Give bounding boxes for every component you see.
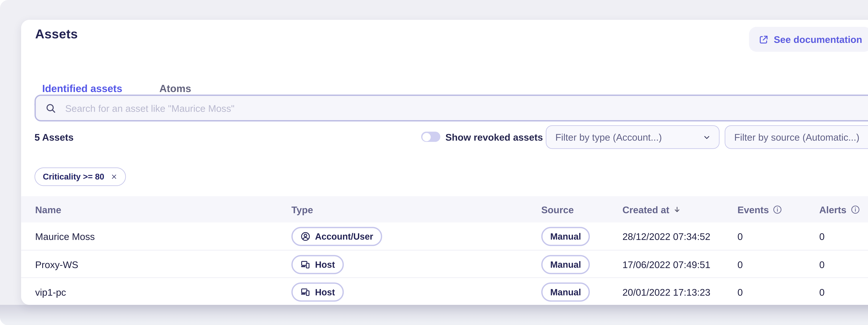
- type-badge: Account/User: [291, 227, 382, 246]
- user-circle-icon: [300, 231, 311, 241]
- type-badge: Host: [291, 255, 344, 274]
- asset-count: 5 Assets: [35, 125, 73, 149]
- assets-card: Assets See documentation New asset Ident…: [21, 20, 868, 305]
- host-icon: [300, 287, 311, 297]
- created-at-cell: 17/06/2022 07:49:51: [622, 259, 710, 270]
- source-badge: Manual: [541, 227, 590, 246]
- type-badge: Host: [291, 282, 344, 301]
- table-header-row: Name Type Source Created at Events Aler: [21, 196, 868, 223]
- external-link-icon: [758, 34, 769, 45]
- host-icon: [300, 259, 311, 269]
- table-row[interactable]: Proxy-WS Host Manual 17/06/2022 07:49:51…: [21, 250, 868, 278]
- events-cell: 0: [738, 231, 743, 242]
- assets-page: Assets See documentation New asset Ident…: [0, 0, 868, 325]
- sort-desc-icon: [673, 205, 682, 213]
- info-icon[interactable]: [773, 205, 782, 214]
- header-alerts[interactable]: Alerts: [819, 204, 860, 215]
- header-name[interactable]: Name: [35, 204, 61, 215]
- chip-label: Criticality >= 80: [43, 172, 104, 181]
- chevron-down-icon: [702, 132, 711, 142]
- created-at-cell: 28/12/2022 07:34:52: [622, 231, 710, 242]
- asset-name[interactable]: Maurice Moss: [35, 231, 95, 242]
- see-documentation-label: See documentation: [774, 34, 862, 45]
- info-icon[interactable]: [850, 205, 860, 214]
- filter-by-type-label: Filter by type (Account...): [555, 131, 702, 143]
- header-created-at[interactable]: Created at: [622, 204, 681, 215]
- alerts-cell: 0: [819, 286, 825, 297]
- source-badge: Manual: [541, 255, 590, 274]
- alerts-cell: 0: [819, 259, 825, 270]
- asset-name[interactable]: vip1-pc: [35, 286, 66, 297]
- table-row[interactable]: vip1-pc Host Manual 20/01/2022 17:13:23 …: [21, 277, 868, 305]
- search-input[interactable]: [64, 102, 868, 114]
- header-source[interactable]: Source: [541, 204, 574, 215]
- filter-by-source-label: Filter by source (Automatic...): [734, 131, 868, 143]
- show-revoked-toggle[interactable]: [421, 131, 440, 142]
- remove-filter-icon[interactable]: [111, 173, 118, 180]
- app-screenshot: Assets See documentation New asset Ident…: [0, 0, 868, 325]
- asset-name[interactable]: Proxy-WS: [35, 259, 78, 270]
- toggle-knob: [422, 132, 430, 141]
- see-documentation-button[interactable]: See documentation: [749, 27, 868, 52]
- table-row[interactable]: Maurice Moss Account/User Manual 28/12/2…: [21, 223, 868, 250]
- asset-search-bar: [35, 95, 868, 121]
- source-badge: Manual: [541, 282, 590, 301]
- page-title: Assets: [35, 27, 78, 42]
- filter-by-type-select[interactable]: Filter by type (Account...): [546, 125, 720, 149]
- header-type[interactable]: Type: [291, 204, 313, 215]
- header-events[interactable]: Events: [738, 204, 782, 215]
- criticality-filter-chip[interactable]: Criticality >= 80: [35, 167, 126, 186]
- created-at-cell: 20/01/2022 17:13:23: [622, 286, 710, 297]
- events-cell: 0: [738, 259, 743, 270]
- card-bottom-shadow: [0, 305, 868, 325]
- alerts-cell: 0: [819, 231, 825, 242]
- show-revoked-label: Show revoked assets: [445, 125, 543, 149]
- search-icon: [45, 102, 56, 114]
- events-cell: 0: [738, 286, 743, 297]
- filter-by-source-select[interactable]: Filter by source (Automatic...): [724, 125, 868, 149]
